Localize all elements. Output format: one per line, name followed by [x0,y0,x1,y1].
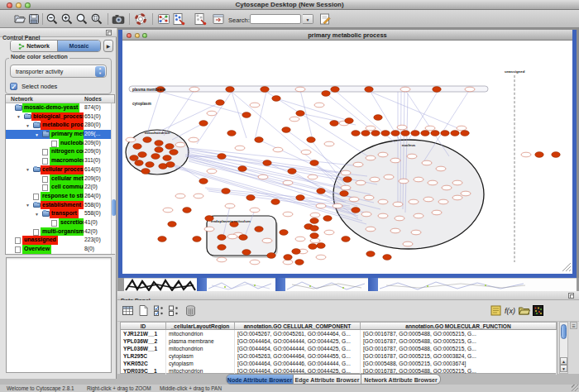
node[interactable] [130,155,139,161]
float-panel-icon[interactable] [106,30,112,36]
edge[interactable] [147,92,160,133]
tab-node-attribute-browser[interactable]: Node Attribute Browser [226,374,294,385]
node[interactable] [366,155,376,160]
node[interactable] [267,253,276,259]
node[interactable] [263,160,272,166]
destroy-view-icon[interactable] [194,12,207,26]
node[interactable] [317,189,326,194]
node[interactable] [296,111,305,117]
background-window-border[interactable] [197,278,207,291]
data-table-scrollbar-thumb[interactable] [561,324,567,339]
network-canvas[interactable]: plasma membrane cytoplasm mitochondrion … [122,41,572,273]
node[interactable] [422,160,432,165]
tree-row[interactable]: unassigned223(0) [6,236,114,245]
node[interactable] [403,241,413,246]
table-cell[interactable]: YPL036W__2 [121,337,166,345]
background-window-border[interactable] [275,278,285,291]
matrix-view-icon[interactable] [532,304,544,317]
select-attributes-icon[interactable] [153,304,165,317]
node[interactable] [316,255,326,260]
background-window-sliver[interactable] [285,278,368,291]
node[interactable] [431,131,440,136]
node[interactable] [194,194,203,198]
node[interactable] [273,147,283,152]
table-cell[interactable]: mitochondrion [166,345,235,352]
node[interactable] [378,152,388,157]
node[interactable] [310,218,319,224]
table-cell[interactable]: [GO:0016787, GO:0005488, GO:0005215, G..… [361,345,557,352]
notes-icon[interactable] [490,304,502,317]
vizmapper-icon[interactable] [212,12,225,26]
node[interactable] [307,137,316,143]
node[interactable] [324,230,334,235]
node[interactable] [366,126,376,131]
node[interactable] [296,195,305,201]
background-window-sliver[interactable] [378,278,529,291]
node[interactable] [207,111,217,116]
delete-attribute-icon[interactable] [184,304,197,317]
table-cell[interactable]: YJR121W__1 [121,330,166,337]
formula-builder-icon[interactable]: f(x) [504,304,516,317]
node[interactable] [288,169,297,174]
zoom-button[interactable] [25,2,31,8]
table-cell[interactable]: mitochondrion [166,330,235,337]
node[interactable] [272,96,281,102]
node[interactable] [151,154,160,160]
node[interactable] [227,234,237,239]
unselect-attributes-icon[interactable] [168,304,180,317]
open-file-icon[interactable] [13,12,26,26]
tree-row[interactable]: ▼biological_process651(0) [6,112,114,122]
tab-overflow-button[interactable]: ▶ [103,40,113,52]
node[interactable] [352,208,361,213]
table-column-header[interactable]: _cellularLayoutRegion [166,323,235,330]
tree-row[interactable]: Overview8(0) [6,245,114,254]
network-zoom-button[interactable] [142,33,147,38]
node[interactable] [425,126,435,131]
node[interactable] [170,150,179,155]
node[interactable] [353,162,363,167]
zoom-fit-icon[interactable] [75,12,89,26]
node[interactable] [330,121,339,127]
node[interactable] [242,250,251,256]
node[interactable] [290,117,299,122]
create-attribute-icon[interactable] [137,304,150,317]
node[interactable] [465,87,475,92]
node[interactable] [261,87,270,93]
node[interactable] [365,87,374,93]
node[interactable] [163,208,173,213]
node[interactable] [222,189,231,194]
node[interactable] [521,152,531,157]
tree-row[interactable]: ▼transport558(0) [6,209,114,218]
node[interactable] [301,150,311,155]
node[interactable] [366,251,376,257]
node[interactable] [155,141,164,146]
node[interactable] [421,131,430,136]
node[interactable] [356,180,366,185]
node[interactable] [370,177,380,182]
create-view-icon[interactable] [172,12,185,26]
node[interactable] [258,174,268,179]
node[interactable] [409,199,419,204]
node[interactable] [146,162,155,168]
node[interactable] [399,179,409,184]
node[interactable] [218,154,227,160]
node[interactable] [461,191,471,196]
node[interactable] [322,91,331,97]
background-window-sliver[interactable] [124,278,197,291]
node[interactable] [218,245,227,251]
node[interactable] [308,174,318,179]
help-lifesaver-icon[interactable] [134,12,147,26]
node[interactable] [461,131,470,136]
node[interactable] [366,227,376,232]
node[interactable] [238,166,247,172]
node[interactable] [217,257,227,262]
node[interactable] [333,203,342,208]
node[interactable] [283,180,293,185]
node-color-combobox[interactable]: transporter activity ▲▼ [10,65,107,78]
node[interactable] [133,144,142,150]
node[interactable] [262,238,272,243]
tree-expand-icon[interactable]: ▼ [26,122,30,131]
node[interactable] [393,202,403,207]
node[interactable] [411,131,420,136]
node[interactable] [423,197,433,202]
